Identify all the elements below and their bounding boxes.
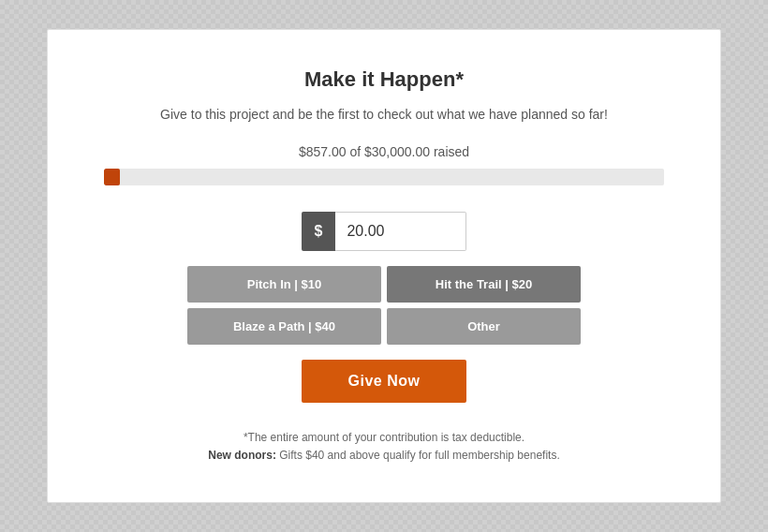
preset-pitch-in-button[interactable]: Pitch In | $10	[187, 266, 381, 303]
footnote-bold: New donors:	[208, 449, 276, 462]
dollar-symbol: $	[302, 212, 336, 251]
preset-hit-trail-button[interactable]: Hit the Trail | $20	[387, 266, 581, 303]
footnote-line1: *The entire amount of your contribution …	[208, 429, 560, 447]
amount-input-row: $	[302, 212, 467, 251]
card-title: Make it Happen*	[304, 67, 464, 92]
give-now-button[interactable]: Give Now	[302, 360, 467, 403]
raised-amount-label: $857.00 of $30,000.00 raised	[299, 144, 469, 159]
card-subtitle: Give to this project and be the first to…	[160, 107, 608, 122]
preset-blaze-path-button[interactable]: Blaze a Path | $40	[187, 308, 381, 345]
donation-card: Make it Happen* Give to this project and…	[47, 29, 721, 503]
footnote-rest: Gifts $40 and above qualify for full mem…	[276, 449, 560, 462]
footnote-line2: New donors: Gifts $40 and above qualify …	[208, 447, 560, 465]
progress-bar-container	[104, 169, 664, 185]
footnote: *The entire amount of your contribution …	[208, 429, 560, 465]
amount-input[interactable]	[335, 212, 466, 251]
progress-bar-fill	[104, 169, 120, 185]
preset-other-button[interactable]: Other	[387, 308, 581, 345]
preset-buttons-grid: Pitch In | $10 Hit the Trail | $20 Blaze…	[187, 266, 581, 345]
